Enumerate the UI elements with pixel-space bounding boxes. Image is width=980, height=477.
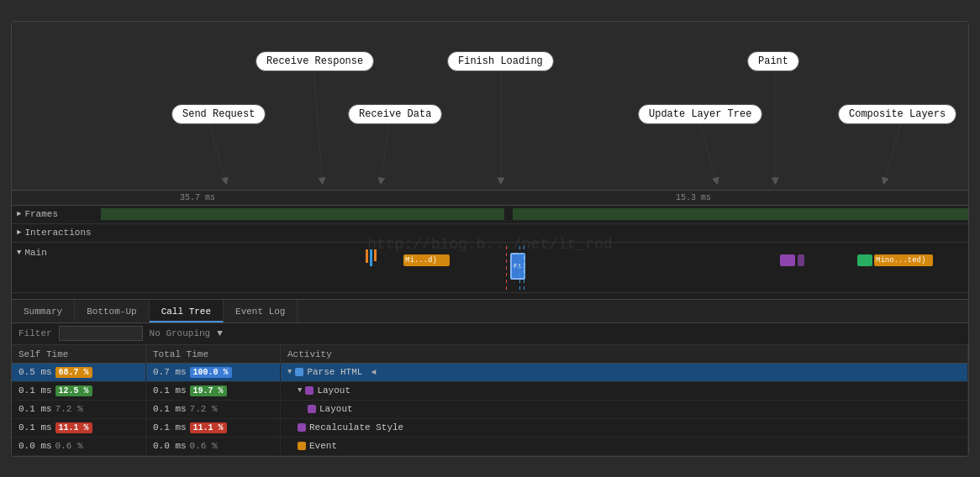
timeline-area: 35.7 ms 15.3 ms http://blog.b.../net/lt_… (12, 190, 968, 299)
minor-block: Mino...ted) (874, 254, 933, 266)
filter-label: Filter (18, 328, 52, 338)
timeline-ruler: 35.7 ms 15.3 ms (12, 191, 968, 206)
marker-red (506, 246, 507, 292)
bottom-panel: Summary Bottom-Up Call Tree Event Log Fi… (12, 299, 968, 456)
table-row-recalc-style[interactable]: 0.1 ms 11.1 % 0.1 ms 11.1 % Recalculate … (12, 419, 968, 438)
td-self-time-3: 0.1 ms 11.1 % (12, 419, 146, 437)
paint-block (857, 254, 872, 266)
main-block-2 (370, 249, 372, 266)
filter-input[interactable] (59, 326, 143, 341)
td-self-time-1: 0.1 ms 12.5 % (12, 382, 146, 400)
table-row-layout-2[interactable]: 0.1 ms 7.2 % 0.1 ms 7.2 % Layout (12, 401, 968, 419)
td-total-time-4: 0.0 ms 0.6 % (146, 438, 281, 455)
td-activity-3: Recalculate Style (281, 419, 968, 437)
mi-d-block: Mi...d) (403, 254, 450, 266)
td-activity-0: ▼ Parse HTML ◄ (281, 364, 968, 381)
table-header: Self Time Total Time Activity (12, 345, 968, 364)
marker-blue2 (524, 246, 524, 292)
table-row-layout-1[interactable]: 0.1 ms 12.5 % 0.1 ms 19.7 % ▼ Layout (12, 382, 968, 401)
td-total-time-3: 0.1 ms 11.1 % (146, 419, 281, 437)
frames-row: ► Frames (12, 206, 968, 224)
th-self-time: Self Time (12, 345, 146, 364)
frames-track (101, 206, 968, 223)
frames-triangle[interactable]: ► (17, 210, 21, 218)
paint-callout: Paint (747, 51, 799, 71)
td-self-time-2: 0.1 ms 7.2 % (12, 401, 146, 418)
frame-bar-1 (101, 208, 504, 220)
ruler-label-2: 15.3 ms (676, 193, 711, 202)
main-block-3 (374, 249, 377, 261)
grouping-label: No Grouping (150, 328, 211, 338)
receive-data-callout: Receive Data (348, 104, 442, 124)
td-total-time-2: 0.1 ms 7.2 % (146, 401, 281, 418)
td-self-time-0: 0.5 ms 68.7 % (12, 364, 146, 381)
tab-event-log[interactable]: Event Log (224, 300, 298, 322)
activity-icon-2 (308, 405, 316, 413)
self-pct-badge-0: 68.7 % (55, 367, 92, 378)
td-activity-1: ▼ Layout (281, 382, 968, 400)
activity-icon-1 (305, 386, 313, 395)
self-pct-badge-1: 12.5 % (55, 385, 92, 396)
svg-line-4 (700, 122, 717, 181)
frame-bar-2 (513, 208, 968, 220)
finish-loading-callout: Finish Loading (447, 51, 554, 71)
total-pct-badge-3: 11.1 % (190, 422, 227, 433)
tab-summary[interactable]: Summary (12, 300, 75, 322)
tabs-bar: Summary Bottom-Up Call Tree Event Log (12, 300, 968, 323)
filter-bar: Filter No Grouping ▼ (12, 323, 968, 345)
ruler-label-1: 35.7 ms (180, 193, 215, 202)
update-layer-block2 (798, 254, 804, 266)
receive-response-callout: Receive Response (256, 51, 374, 71)
tab-call-tree[interactable]: Call Tree (150, 300, 224, 322)
expand-icon-0[interactable]: ▼ (287, 368, 292, 376)
total-pct-badge-0: 100.0 % (190, 367, 232, 378)
td-activity-2: Layout (281, 401, 968, 418)
callouts-area: Send Request Receive Response Receive Da… (12, 22, 968, 190)
th-activity: Activity (281, 345, 968, 364)
main-row: ▼ Main Mi...d) Fi... (12, 243, 968, 293)
svg-line-1 (313, 71, 322, 181)
svg-line-6 (884, 122, 901, 181)
td-self-time-4: 0.0 ms 0.6 % (12, 438, 146, 455)
table-row-event[interactable]: 0.0 ms 0.6 % 0.0 ms 0.6 % Event (12, 438, 968, 456)
composite-layers-callout: Composite Layers (838, 104, 956, 124)
activity-icon-4 (298, 442, 306, 450)
th-total-time: Total Time (146, 345, 281, 364)
table-row-parse-html[interactable]: 0.5 ms 68.7 % 0.7 ms 100.0 % ▼ Parse HTM… (12, 364, 968, 382)
main-triangle[interactable]: ▼ (17, 249, 21, 257)
td-activity-4: Event (281, 438, 968, 455)
marker-blue (519, 246, 520, 292)
main-block-1 (366, 249, 368, 263)
arrow-indicator: ◄ (371, 368, 376, 377)
grouping-dropdown-icon[interactable]: ▼ (217, 328, 223, 338)
tab-bottom-up[interactable]: Bottom-Up (75, 300, 149, 322)
main-track: Mi...d) Fi... (101, 246, 968, 292)
svg-line-0 (209, 122, 226, 181)
self-pct-badge-3: 11.1 % (55, 422, 92, 433)
frames-label: ► Frames (17, 209, 101, 219)
update-layer-tree-callout: Update Layer Tree (638, 104, 762, 124)
update-layer-block (780, 254, 795, 266)
td-total-time-0: 0.7 ms 100.0 % (146, 364, 281, 381)
expand-icon-1[interactable]: ▼ (298, 386, 302, 395)
activity-icon-0 (295, 368, 303, 376)
activity-icon-3 (298, 423, 306, 432)
interactions-row: ► Interactions (12, 224, 968, 243)
total-pct-badge-1: 19.7 % (190, 385, 227, 396)
interactions-label: ► Interactions (17, 228, 101, 238)
svg-line-2 (381, 122, 389, 181)
td-total-time-1: 0.1 ms 19.7 % (146, 382, 281, 400)
main-label: ▼ Main (17, 246, 101, 258)
send-request-callout: Send Request (171, 104, 266, 124)
interactions-track (101, 224, 968, 242)
interactions-triangle[interactable]: ► (17, 228, 21, 237)
